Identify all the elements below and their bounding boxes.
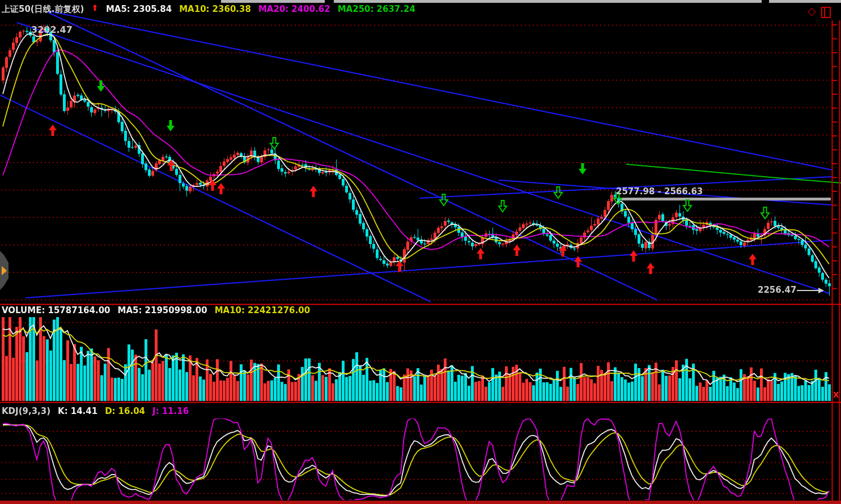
- volume-ma10-readout: MA10:22421276.00: [215, 305, 311, 315]
- kdj-header: KDJ(9,3,3) K:14.41 D:16.04 J:11.16: [2, 406, 189, 416]
- ma5-readout: MA5:2305.84: [106, 4, 172, 15]
- main-chart-header: 上证50(日线.前复权) ⬆ MA5:2305.84 MA10:2360.38 …: [2, 4, 415, 15]
- ma250-readout: MA250:2637.24: [338, 4, 415, 15]
- kdj-d-readout: D:16.04: [105, 406, 145, 416]
- volume-readout: VOLUME:15787164.00: [2, 305, 111, 315]
- window-restore-icon-bar: [824, 8, 825, 17]
- kdj-title: KDJ(9,3,3): [2, 406, 50, 416]
- kdj-k-readout: K:14.41: [58, 406, 97, 416]
- trading-app-window: 上证50(日线.前复权) ⬆ MA5:2305.84 MA10:2360.38 …: [0, 0, 841, 504]
- diamond-icon[interactable]: ◇: [808, 5, 816, 17]
- strip-notch: [762, 0, 769, 3]
- sidebar-handle-arrow-icon: [2, 266, 7, 275]
- gap-range-label: 2577.98 - 2566.63: [616, 186, 703, 197]
- strip-notch: [325, 0, 334, 3]
- volume-ma5-readout: MA5:21950998.00: [118, 305, 207, 315]
- up-arrow-icon: ⬆: [91, 4, 99, 15]
- period-high-label: 3202.47: [31, 24, 73, 35]
- volume-header: VOLUME:15787164.00 MA5:21950998.00 MA10:…: [2, 305, 310, 315]
- last-price-label: 2256.47: [758, 285, 796, 295]
- kdj-j-readout: J:11.16: [152, 406, 189, 416]
- window-restore-icon[interactable]: [821, 7, 831, 18]
- chart-canvas[interactable]: [0, 0, 841, 504]
- symbol-title: 上证50(日线.前复权): [2, 4, 84, 15]
- window-title-strip: [221, 0, 841, 3]
- ma20-readout: MA20:2400.62: [258, 4, 330, 15]
- ma10-readout: MA10:2360.38: [179, 4, 251, 15]
- close-icon[interactable]: X: [833, 390, 839, 399]
